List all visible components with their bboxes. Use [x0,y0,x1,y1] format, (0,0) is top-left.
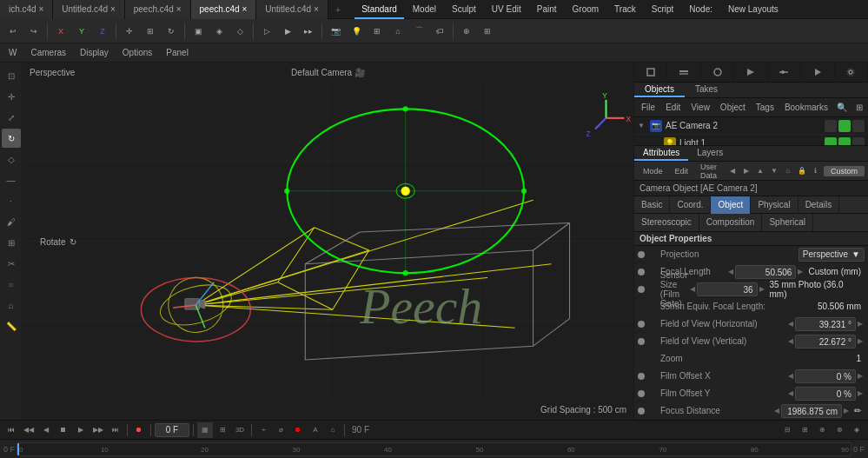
focus-inc-arrow[interactable]: ▶ [842,407,851,415]
focal-length-value[interactable]: 50.506 [735,265,796,279]
poly-lt[interactable]: ◇ [2,149,21,169]
ri-tab-tag[interactable] [734,63,767,82]
ri-tab-anim[interactable] [768,63,801,82]
tl-extra1[interactable]: ⊟ [779,422,795,438]
fovv-dec-arrow[interactable]: ◀ [786,337,795,345]
spline-icon[interactable]: ⌒ [409,22,428,41]
tag-icon[interactable]: 🏷 [430,22,449,41]
filmx-dec-arrow[interactable]: ◀ [786,372,795,380]
viewport-menu-display[interactable]: Display [75,43,114,63]
ri-tab-layer[interactable] [667,63,700,82]
deformer-icon[interactable]: ⌂ [388,22,407,41]
tl-frame-input[interactable] [155,423,189,437]
tl-extra3[interactable]: ⊕ [814,422,830,438]
viewport-menu-options[interactable]: Options [117,43,157,63]
frame-track[interactable]: 0 10 20 30 40 50 60 70 80 90 [17,442,851,456]
menu-groom[interactable]: Groom [566,0,606,19]
filmx-inc-arrow[interactable]: ▶ [856,372,865,380]
select-tool[interactable]: ▣ [189,22,208,41]
tl-stop[interactable]: ⏹ [56,422,71,438]
poly-mode[interactable]: ◇ [230,22,249,41]
tl-extra4[interactable]: ⊗ [832,422,847,438]
obj-vis-dot[interactable] [825,120,837,132]
nav-back[interactable]: ◀ [726,165,739,177]
tl-prev[interactable]: ◀◀ [21,422,36,438]
render-active[interactable]: ▶ [278,22,297,41]
fovh-inc-arrow[interactable]: ▶ [856,320,865,328]
nav-up[interactable]: ▲ [754,165,766,177]
obj-menu-object[interactable]: Object [717,103,749,112]
nav-info[interactable]: ℹ [810,165,822,177]
menu-script[interactable]: Script [645,0,681,19]
tl-key4[interactable]: A [308,422,323,438]
focal-inc-arrow[interactable]: ▶ [796,268,805,275]
ri-tab-objects[interactable] [634,63,667,82]
filmy-inc-arrow[interactable]: ▶ [856,389,865,397]
sensor-inc-arrow[interactable]: ▶ [758,285,766,293]
nav-down[interactable]: ▼ [768,165,780,177]
mode-btn[interactable]: Mode [638,166,668,176]
tab-peech2[interactable]: peech.c4d × [191,0,257,19]
obj-menu-bookmarks[interactable]: Bookmarks [781,103,832,112]
viewport[interactable]: Perspective Default Camera 🎥 Rotate ↻ [23,63,633,420]
obj-active1[interactable] [838,137,851,146]
nav-fwd[interactable]: ▶ [740,165,752,177]
array-icon[interactable]: ⊞ [368,22,387,41]
properties-scroll[interactable]: Projection Perspective ▼ Focal Length ◀ … [634,246,868,420]
ri-tab-mat[interactable] [701,63,734,82]
scene-viewport[interactable]: X Y Z [23,63,633,420]
menu-paint[interactable]: Paint [530,0,564,19]
menu-track[interactable]: Track [607,0,643,19]
tl-first[interactable]: ⏮ [3,422,19,438]
projection-dropdown[interactable]: Perspective ▼ [798,248,865,262]
menu-standard[interactable]: Standard [354,0,404,19]
x-coord[interactable]: X [51,22,70,41]
film-offset-y-value[interactable]: 0 % [795,387,856,401]
fovv-inc-arrow[interactable]: ▶ [856,337,865,345]
ri-tab-render[interactable] [801,63,834,82]
obj-light1[interactable]: 💡 Light.1 [634,135,868,145]
select-lt[interactable]: ⊡ [2,66,21,85]
tl-key1[interactable]: ⌁ [255,422,271,438]
obj-menu-tags[interactable]: Tags [752,103,778,112]
object-mode[interactable]: ◈ [209,22,229,41]
obj-lock1[interactable] [852,137,865,146]
menu-sculpt[interactable]: Sculpt [445,0,483,19]
obj-ae-camera[interactable]: ▼ 📷 AE Camera 2 [634,117,868,135]
snap-icon[interactable]: ⊕ [457,22,476,41]
fov-h-value[interactable]: 39.231 ° [795,317,856,331]
focus-dist-value[interactable]: 1986.875 cm [781,404,842,418]
tl-3d[interactable]: 3D [232,422,248,438]
viewport-menu-panel[interactable]: Panel [161,43,194,63]
grid-icon[interactable]: ⊞ [478,22,497,41]
paint-lt[interactable]: 🖌 [2,212,21,231]
tab-takes[interactable]: Takes [685,83,728,97]
tl-key5[interactable]: ⌂ [325,422,341,438]
tab-object[interactable]: Object [711,196,751,214]
extrude-lt[interactable]: ⊞ [2,233,21,252]
tab-physical[interactable]: Physical [751,196,798,214]
render-view[interactable]: ▷ [257,22,276,41]
z-coord[interactable]: Z [93,22,112,41]
render-all[interactable]: ▸▸ [299,22,318,41]
tl-extra2[interactable]: ⊞ [797,422,812,438]
tl-extra5[interactable]: ◈ [849,422,865,438]
nav-lock[interactable]: 🔒 [796,165,808,177]
tl-next[interactable]: ▶▶ [90,422,106,438]
obj-menu-edit[interactable]: Edit [662,103,684,112]
filter-icon[interactable]: ⊞ [852,103,866,112]
tab-spherical[interactable]: Spherical [762,214,813,231]
tab-layers[interactable]: Layers [688,146,732,161]
rotate-tool[interactable]: ↻ [162,22,181,41]
obj-menu-file[interactable]: File [638,103,659,112]
tab-stereoscopic[interactable]: Stereoscopic [634,214,699,231]
sensor-dec-arrow[interactable]: ◀ [688,285,697,293]
add-tab-button[interactable]: + [328,4,348,15]
search-icon[interactable]: 🔍 [833,103,851,112]
tab-ich[interactable]: ich.c4d × [0,0,53,19]
ri-tab-settings[interactable] [835,63,868,82]
point-lt[interactable]: · [2,191,21,210]
menu-model[interactable]: Model [406,0,443,19]
custom-button[interactable]: Custom [824,166,865,176]
fov-v-value[interactable]: 22.672 ° [795,335,856,348]
